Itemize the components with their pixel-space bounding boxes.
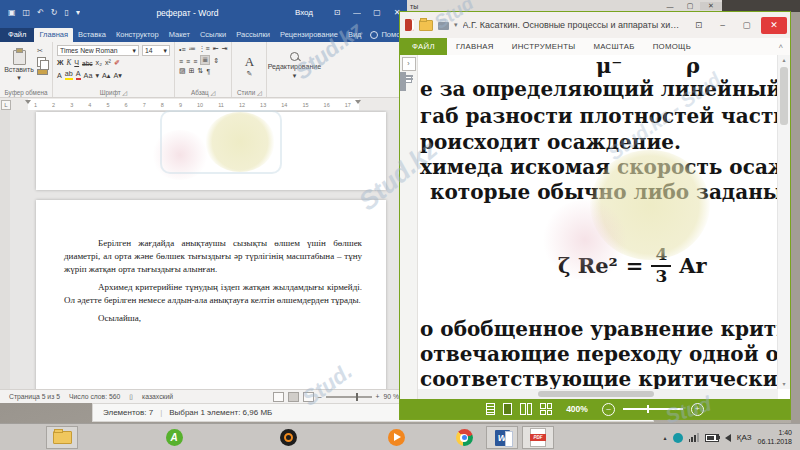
zoom-slider-thumb[interactable] bbox=[356, 393, 359, 401]
zoom-in-button[interactable]: + bbox=[376, 393, 380, 400]
viewer-zoom-in-button[interactable]: + bbox=[691, 403, 704, 416]
tab-selector[interactable]: L bbox=[1, 100, 11, 110]
sidebar-expand-button[interactable]: › bbox=[402, 57, 416, 71]
new-document-icon[interactable]: ▯ bbox=[65, 8, 69, 17]
justify-icon[interactable]: ≣ bbox=[200, 55, 210, 65]
taskbar-aimp-button[interactable] bbox=[272, 426, 304, 449]
align-right-icon[interactable]: ≡ bbox=[193, 58, 197, 65]
taskbar-chrome-button[interactable] bbox=[448, 426, 480, 449]
shading-icon[interactable]: ▨ bbox=[179, 67, 186, 75]
numbering-icon[interactable]: ≔ bbox=[189, 45, 196, 53]
tab-home[interactable]: Главная bbox=[34, 28, 73, 42]
tab-mailings[interactable]: Рассылки bbox=[231, 28, 275, 42]
document-page-5[interactable]: Берілген жағдайда анықтаушы сызықты өлше… bbox=[36, 200, 386, 390]
menu-home[interactable]: ГЛАВНАЯ bbox=[447, 38, 503, 55]
proofing-icon[interactable]: ▯ bbox=[129, 393, 133, 401]
font-size-combobox[interactable]: 14▾ bbox=[142, 45, 170, 56]
shrink-font-button[interactable]: А▾ bbox=[113, 71, 121, 80]
scroll-up-icon[interactable]: ▴ bbox=[778, 55, 790, 65]
single-page-view-icon[interactable] bbox=[503, 403, 512, 415]
word-document-area[interactable]: Берілген жағдайда анықтаушы сызықты өлше… bbox=[0, 110, 407, 390]
two-page-view-icon[interactable] bbox=[520, 403, 532, 415]
menu-zoom[interactable]: МАСШТАБ bbox=[584, 38, 643, 55]
font-color-button[interactable]: А bbox=[76, 69, 81, 80]
contents-panel-icon[interactable] bbox=[404, 72, 406, 91]
fullscreen-icon[interactable]: ⊡ bbox=[689, 20, 708, 30]
collapse-ribbon-icon[interactable]: ˄ bbox=[771, 38, 790, 55]
tab-references[interactable]: Ссылки bbox=[195, 28, 231, 42]
tab-file[interactable]: Файл bbox=[0, 28, 34, 42]
tab-view[interactable]: Вид bbox=[343, 28, 367, 42]
print-preview-icon[interactable]: ◫ bbox=[23, 8, 31, 17]
word-minimize-button[interactable]: — bbox=[347, 8, 367, 17]
clock[interactable]: 1:40 06.11.2018 bbox=[757, 429, 792, 446]
editing-button[interactable]: Редактирование ▾ bbox=[271, 45, 317, 86]
indent-marker-right[interactable] bbox=[355, 100, 361, 104]
scroll-down-icon[interactable]: ▾ bbox=[778, 379, 790, 389]
taskbar-media-button[interactable] bbox=[380, 426, 412, 449]
save-icon[interactable]: ▣ bbox=[8, 8, 16, 17]
menu-help[interactable]: ПОМОЩЬ bbox=[644, 38, 700, 55]
explorer-close-button[interactable]: ✕ bbox=[700, 2, 722, 10]
web-layout-icon[interactable] bbox=[303, 392, 314, 402]
language-indicator[interactable]: казахский bbox=[142, 393, 173, 400]
horizontal-scrollbar[interactable] bbox=[418, 389, 778, 399]
font-name-combobox[interactable]: Times New Roman▾ bbox=[57, 45, 139, 56]
zoom-out-button[interactable]: – bbox=[318, 393, 322, 400]
vertical-scrollbar[interactable]: ▴ ▾ bbox=[777, 55, 790, 389]
indent-marker-left[interactable] bbox=[25, 100, 31, 104]
print-icon[interactable] bbox=[438, 22, 449, 30]
undo-icon[interactable]: ↶ bbox=[37, 8, 44, 17]
word-count[interactable]: Число слов: 560 bbox=[69, 393, 120, 400]
change-case-button[interactable]: Аа bbox=[84, 71, 93, 80]
decrease-indent-icon[interactable]: ⇤ bbox=[213, 45, 219, 53]
grow-font-button[interactable]: А▴ bbox=[102, 71, 110, 80]
page-indicator[interactable]: Страница 5 из 5 bbox=[9, 393, 60, 400]
text-effects-button[interactable]: А bbox=[57, 71, 62, 80]
redo-icon[interactable]: ↻ bbox=[51, 8, 58, 17]
tab-insert[interactable]: Вставка bbox=[73, 28, 111, 42]
taskbar-explorer-button[interactable] bbox=[46, 426, 78, 449]
open-file-icon[interactable] bbox=[419, 20, 433, 31]
strikethrough-button[interactable]: abc bbox=[82, 60, 92, 67]
underline-button[interactable]: Ч bbox=[74, 58, 79, 67]
viewer-page[interactable]: μ⁻ ρ е за определяющий линейный р габ ра… bbox=[418, 55, 778, 389]
qat-dropdown-icon[interactable]: ▾ bbox=[76, 8, 80, 17]
tab-layout[interactable]: Макет bbox=[164, 28, 195, 42]
menu-tools[interactable]: ИНСТРУМЕНТЫ bbox=[503, 38, 585, 55]
word-signin-link[interactable]: Вход bbox=[295, 8, 313, 17]
signal-icon[interactable] bbox=[689, 433, 699, 442]
horizontal-scrollbar-thumb[interactable] bbox=[538, 391, 654, 397]
vertical-scrollbar-thumb[interactable] bbox=[780, 67, 788, 125]
taskbar-app-a-button[interactable]: A bbox=[158, 426, 190, 449]
language-switcher[interactable]: ҚАЗ bbox=[737, 433, 752, 442]
superscript-button[interactable]: x² bbox=[105, 58, 111, 67]
tab-design[interactable]: Конструктор bbox=[111, 28, 164, 42]
taskbar-word-button[interactable]: W bbox=[486, 426, 518, 449]
increase-indent-icon[interactable]: ⇥ bbox=[222, 45, 228, 53]
multilevel-list-icon[interactable]: ⋮≡ bbox=[199, 45, 210, 53]
bold-button[interactable]: Ж bbox=[57, 58, 64, 67]
print-layout-icon[interactable] bbox=[288, 392, 299, 402]
viewer-maximize-button[interactable]: ▢ bbox=[737, 20, 756, 30]
read-mode-icon[interactable] bbox=[273, 392, 284, 402]
word-maximize-button[interactable]: ▢ bbox=[367, 8, 387, 17]
grid-view-icon[interactable] bbox=[540, 403, 552, 415]
align-center-icon[interactable]: ≡ bbox=[186, 58, 190, 65]
viewer-zoom-out-button[interactable]: – bbox=[602, 403, 615, 416]
pilcrow-icon[interactable]: ¶ bbox=[206, 68, 210, 75]
explorer-maximize-button[interactable]: ▢ bbox=[680, 2, 700, 10]
bullets-icon[interactable]: •≡ bbox=[179, 46, 186, 53]
zoom-slider[interactable] bbox=[326, 396, 372, 398]
phonetic-guide-icon[interactable]: ✐ bbox=[114, 58, 120, 67]
explorer-minimize-button[interactable]: — bbox=[660, 3, 680, 10]
ribbon-display-options-button[interactable]: ⊡ bbox=[327, 8, 347, 17]
italic-button[interactable]: К bbox=[67, 59, 72, 67]
network-icon[interactable] bbox=[673, 433, 683, 443]
borders-icon[interactable]: ⊞ bbox=[189, 67, 195, 75]
menu-file[interactable]: ФАЙЛ bbox=[400, 38, 447, 55]
copy-icon[interactable] bbox=[37, 57, 46, 67]
styles-button[interactable]: А ✎ bbox=[236, 45, 262, 86]
hidden-icons-arrow[interactable]: ▴ bbox=[664, 434, 667, 441]
paste-button[interactable]: Вставить ▾ bbox=[4, 45, 34, 86]
